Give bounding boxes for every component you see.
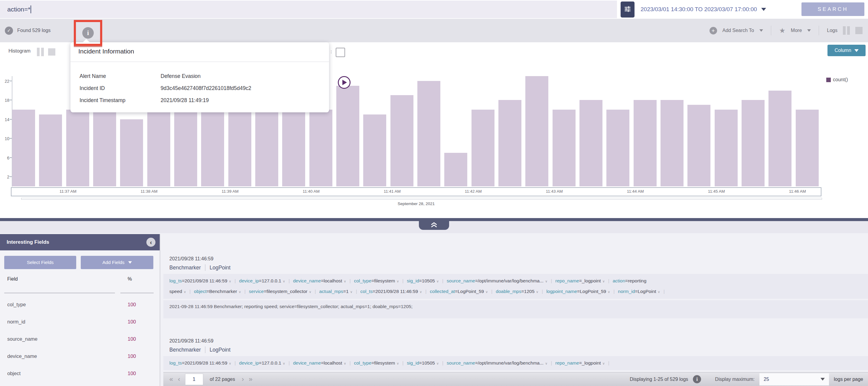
histogram-bar[interactable]: [66, 110, 89, 186]
log-field-chip[interactable]: device_ip=127.0.0.1∨: [239, 278, 285, 283]
chevron-down-icon[interactable]: ∨: [602, 279, 605, 283]
histogram-bar[interactable]: [633, 100, 657, 186]
histogram-bar[interactable]: [417, 81, 440, 186]
field-name[interactable]: source_name: [0, 336, 37, 342]
log-field-chip[interactable]: object=Benchmarker∨: [194, 289, 241, 294]
add-fields-button[interactable]: Add Fields: [81, 256, 153, 269]
field-key[interactable]: device_name: [293, 360, 321, 365]
histogram-bar[interactable]: [715, 110, 738, 186]
histogram-bar[interactable]: [742, 100, 765, 186]
field-key[interactable]: log_ts: [169, 360, 182, 365]
field-value[interactable]: 1: [346, 289, 349, 294]
field-row[interactable]: source_name100: [0, 330, 160, 348]
chevron-down-icon[interactable]: ∨: [545, 279, 548, 283]
log-field-chip[interactable]: log_ts=2021/09/28 11:46:59∨: [169, 278, 231, 283]
histogram-bar[interactable]: [174, 110, 197, 186]
field-key[interactable]: action: [613, 278, 625, 283]
log-field-chip[interactable]: actual_mps=1∨: [319, 289, 353, 294]
histogram-bar[interactable]: [525, 76, 548, 186]
chevron-down-icon[interactable]: ∨: [344, 361, 346, 365]
stop-icon[interactable]: [48, 48, 55, 56]
chevron-down-icon[interactable]: ∨: [309, 290, 311, 293]
field-key[interactable]: col_ts: [361, 289, 373, 294]
field-value[interactable]: filesystem: [374, 360, 395, 365]
histogram-bar[interactable]: [12, 110, 35, 186]
histogram-bar[interactable]: [228, 110, 251, 186]
field-key[interactable]: device_ip: [239, 360, 259, 365]
x-axis-scroll-track[interactable]: [21, 198, 822, 200]
select-fields-button[interactable]: Select Fields: [4, 256, 76, 269]
field-key[interactable]: norm_id: [618, 289, 635, 294]
field-key[interactable]: actual_mps: [319, 289, 343, 294]
search-query-input[interactable]: action=*: [0, 1, 617, 18]
histogram-bar[interactable]: [282, 110, 305, 186]
last-page-button[interactable]: »: [249, 376, 252, 383]
log-field-chip[interactable]: sig_id=10505∨: [407, 360, 439, 365]
field-name[interactable]: object: [0, 371, 21, 376]
histogram-bar[interactable]: [796, 110, 819, 186]
field-value[interactable]: localhost: [323, 278, 342, 283]
info-icon[interactable]: i: [693, 375, 701, 383]
field-value[interactable]: 127.0.0.1: [261, 360, 281, 365]
field-value[interactable]: filesystem: [374, 278, 395, 283]
field-value[interactable]: LogPoint_59: [458, 289, 484, 294]
log-field-chip[interactable]: repo_name=_logpoint∨: [555, 360, 604, 365]
field-row[interactable]: device_name100: [0, 348, 160, 365]
histogram-bar[interactable]: [201, 110, 224, 186]
histogram-bar[interactable]: [444, 153, 467, 186]
field-row[interactable]: collected_at100: [0, 382, 160, 386]
chevron-down-icon[interactable]: [760, 29, 763, 32]
chevron-down-icon[interactable]: [807, 29, 811, 32]
field-name[interactable]: col_type: [0, 302, 26, 307]
chevron-down-icon[interactable]: ∨: [658, 290, 660, 293]
histogram-bar[interactable]: [120, 119, 143, 186]
log-field-chip[interactable]: source_name=/opt/immune/var/log/benchma.…: [447, 360, 548, 365]
x-axis-strip[interactable]: 11:37 AM11:38 AM11:39 AM11:40 AM11:41 AM…: [11, 187, 822, 196]
incident-info-icon[interactable]: i: [82, 27, 94, 39]
field-value[interactable]: /opt/immune/var/log/benchma...: [478, 278, 544, 283]
field-key[interactable]: sig_id: [407, 278, 419, 283]
chevron-down-icon[interactable]: ∨: [229, 279, 231, 283]
field-key[interactable]: repo_name: [555, 278, 579, 283]
field-name[interactable]: norm_id: [0, 319, 25, 324]
add-search-to-button[interactable]: Add Search To: [722, 28, 754, 33]
pause-icon[interactable]: [843, 26, 850, 35]
chevron-down-icon[interactable]: ∨: [239, 290, 241, 293]
current-page-input[interactable]: 1: [185, 374, 203, 385]
log-source[interactable]: Benchmarker: [169, 347, 201, 353]
field-value[interactable]: _logpoint: [582, 360, 601, 365]
histogram-checkbox[interactable]: [336, 48, 345, 57]
next-page-button[interactable]: ›: [242, 376, 244, 383]
histogram-bar[interactable]: [39, 114, 62, 186]
log-field-chip[interactable]: col_ts=2021/09/28 11:46:59∨: [361, 289, 422, 294]
time-filter-button[interactable]: [621, 1, 634, 17]
histogram-bar[interactable]: [660, 100, 683, 186]
chevron-down-icon[interactable]: ∨: [545, 361, 548, 365]
field-key[interactable]: sig_id: [407, 360, 419, 365]
chevron-down-icon[interactable]: ∨: [344, 279, 346, 283]
field-key[interactable]: log_ts: [169, 278, 182, 283]
histogram-bar[interactable]: [363, 114, 386, 186]
log-field-chip[interactable]: device_name=localhost∨: [293, 360, 346, 365]
chevron-down-icon[interactable]: ∨: [602, 361, 605, 365]
field-key[interactable]: collected_at: [430, 289, 455, 294]
log-field-chip[interactable]: device_name=localhost∨: [293, 278, 346, 283]
log-field-chip[interactable]: logpoint_name=LogPoint_59∨: [546, 289, 610, 294]
histogram-bar[interactable]: [147, 110, 170, 186]
first-page-button[interactable]: «: [169, 376, 173, 383]
field-value[interactable]: _logpoint: [582, 278, 601, 283]
log-source[interactable]: Benchmarker: [169, 265, 201, 271]
field-key[interactable]: service: [249, 289, 264, 294]
log-field-chip[interactable]: log_ts=2021/09/28 11:46:59∨: [169, 360, 231, 365]
search-button[interactable]: SEARCH: [802, 2, 864, 16]
histogram-bar[interactable]: [553, 110, 576, 186]
field-key[interactable]: device_name: [293, 278, 321, 283]
chevron-down-icon[interactable]: ∨: [536, 290, 538, 293]
field-value[interactable]: LogPoint_59: [580, 289, 606, 294]
log-field-chip[interactable]: source_name=/opt/immune/var/log/benchma.…: [447, 278, 548, 283]
log-field-chip[interactable]: doable_mps=1205∨: [496, 289, 538, 294]
chevron-down-icon[interactable]: ∨: [397, 361, 399, 365]
collapse-histogram-tab[interactable]: [419, 221, 449, 230]
histogram-bar[interactable]: [769, 91, 792, 186]
chevron-down-icon[interactable]: ∨: [436, 279, 439, 283]
